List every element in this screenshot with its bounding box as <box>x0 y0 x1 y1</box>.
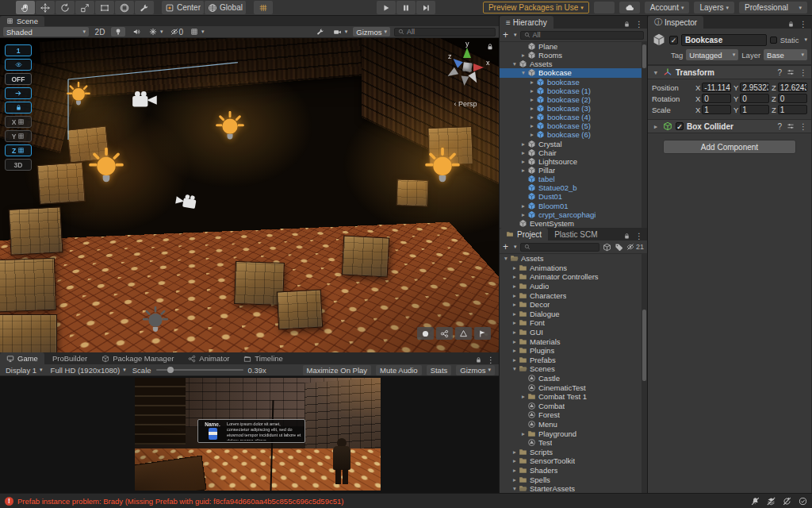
cloud-button[interactable] <box>619 2 640 13</box>
search-by-type-icon[interactable] <box>603 243 611 252</box>
game-scale-slider[interactable] <box>156 369 243 371</box>
overlay-flag-button[interactable] <box>474 327 491 340</box>
layers-dropdown[interactable]: Layers▾ <box>694 2 734 13</box>
project-item[interactable]: Combat <box>500 402 647 411</box>
stats-button[interactable]: Stats <box>427 365 452 375</box>
tab-package-manager[interactable]: Package Manager <box>95 352 180 364</box>
expand-arrow-icon[interactable]: ▸ <box>511 467 519 474</box>
transform-position-x-field[interactable]: X-11.114 <box>695 83 731 92</box>
light-gizmo-icon[interactable] <box>216 111 244 144</box>
hierarchy-item[interactable]: ▾Bookcase <box>500 68 647 77</box>
project-item[interactable]: ▸Audio <box>500 282 647 291</box>
custom-tool-button[interactable] <box>135 1 154 14</box>
overlay-nodes-button[interactable] <box>436 327 453 340</box>
transform-position-y-field[interactable]: Y2.95323 <box>733 83 769 92</box>
hierarchy-item[interactable]: ▾Assets <box>500 60 647 68</box>
expand-arrow-icon[interactable]: ▸ <box>528 87 536 94</box>
project-item[interactable]: Menu <box>500 420 647 429</box>
space-toggle-button[interactable]: Global <box>205 1 246 14</box>
expand-arrow-icon[interactable]: ▸ <box>511 338 519 345</box>
lock-icon[interactable] <box>475 356 482 364</box>
axis-gray-cone[interactable] <box>446 67 458 79</box>
expand-arrow-icon[interactable]: ▸ <box>511 301 519 308</box>
active-checkbox[interactable]: ✓ <box>669 36 678 44</box>
tab-animator[interactable]: Animator <box>182 352 236 364</box>
tab-hierarchy[interactable]: ≡Hierarchy <box>500 16 553 29</box>
add-component-button[interactable]: Add Component <box>663 140 796 154</box>
light-gizmo-disabled-icon[interactable] <box>143 306 168 336</box>
expand-arrow-icon[interactable]: ▸ <box>511 476 519 483</box>
project-item[interactable]: ▾Scenes <box>500 364 647 374</box>
expand-arrow-icon[interactable]: ▸ <box>528 96 536 103</box>
play-button[interactable] <box>377 1 396 14</box>
tag-dropdown[interactable]: Untagged▾ <box>686 49 738 60</box>
transform-position-z-field[interactable]: Z12.6243 <box>772 83 807 92</box>
progrids-grid-visibility-button[interactable] <box>5 59 32 71</box>
axis-center-cube[interactable] <box>462 62 472 71</box>
axis-x-cone[interactable] <box>473 64 484 71</box>
expand-arrow-icon[interactable]: ▸ <box>519 140 527 148</box>
project-item[interactable]: ▸Scripts <box>500 447 647 456</box>
mute-audio-button[interactable]: Mute Audio <box>376 365 422 375</box>
project-item[interactable]: Forest <box>500 410 647 420</box>
expand-arrow-icon[interactable]: ▸ <box>511 347 519 354</box>
hierarchy-scrollbar[interactable] <box>642 42 647 228</box>
scrollbar-thumb[interactable] <box>642 310 646 381</box>
help-icon[interactable]: ? <box>777 122 782 131</box>
hierarchy-item[interactable]: ▸crypt_sarcophagi› <box>500 210 647 219</box>
project-item[interactable]: CinematicTest <box>500 383 647 392</box>
create-dropdown-caret[interactable]: ▾ <box>514 32 517 38</box>
expand-arrow-icon[interactable]: ▸ <box>528 105 536 112</box>
component-enabled-checkbox[interactable]: ✓ <box>676 122 684 130</box>
project-item[interactable]: Test <box>500 438 647 448</box>
transform-rotation-x-field[interactable]: X0 <box>695 94 731 103</box>
hierarchy-item[interactable]: ▸bookcase (6)› <box>500 130 647 139</box>
hierarchy-search-input[interactable]: All <box>520 31 644 40</box>
hierarchy-item[interactable]: ▸bookcase (3)› <box>500 104 647 113</box>
transform-scale-z-field[interactable]: Z1 <box>772 105 807 114</box>
project-item[interactable]: ▸Combat Test 1 <box>500 392 647 402</box>
expand-arrow-icon[interactable]: ▸ <box>511 273 519 280</box>
project-item[interactable]: Castle <box>500 374 647 383</box>
expand-arrow-icon[interactable]: ▸ <box>528 114 536 121</box>
progrids-snap-size-button[interactable]: 1 <box>5 44 32 56</box>
project-item[interactable]: ▸Prefabs <box>500 356 647 365</box>
create-button[interactable]: + <box>503 243 508 251</box>
project-item[interactable]: ▸Playground <box>500 429 647 438</box>
overlay-sphere-button[interactable] <box>417 327 434 340</box>
light-gizmo-icon[interactable] <box>89 148 124 187</box>
expand-arrow-icon[interactable]: ▸ <box>519 52 527 59</box>
tab-probuilder[interactable]: ProBuilder <box>46 352 94 364</box>
component-tools-button[interactable] <box>313 27 327 37</box>
expand-arrow-icon[interactable]: ▸ <box>511 356 519 364</box>
menu-kebab-icon[interactable]: ⋮ <box>799 20 807 29</box>
status-message[interactable]: Prefab instance problem: Brady (Missing … <box>17 497 343 506</box>
expand-arrow-icon[interactable]: ▸ <box>519 202 527 210</box>
expand-arrow-icon[interactable]: ▸ <box>528 79 536 86</box>
hierarchy-item[interactable]: ▸Crystal <box>500 140 647 148</box>
scene-effects-dropdown[interactable]: ▾ <box>147 27 165 37</box>
scene-grid-dropdown[interactable]: ▾ <box>189 27 206 37</box>
expand-arrow-icon[interactable]: ▾ <box>502 255 510 262</box>
hierarchy-item[interactable]: ▸bookcase (5)› <box>500 121 647 130</box>
gizmos-dropdown[interactable]: Gizmos▾ <box>353 27 390 37</box>
hierarchy-item[interactable]: ▸bookcase (1)› <box>500 87 647 95</box>
move-tool-button[interactable] <box>36 1 55 14</box>
hierarchy-item[interactable]: ▸bookcase (2)› <box>500 95 647 104</box>
box-collider-component-header[interactable]: ▸ ✓ Box Collider ?⋮ <box>648 119 811 133</box>
tab-timeline[interactable]: Timeline <box>237 352 289 364</box>
hierarchy-item[interactable]: Dust01› <box>500 192 647 201</box>
draw-mode-dropdown[interactable]: Shaded▾ <box>3 27 89 37</box>
maximize-on-play-button[interactable]: Maximize On Play <box>303 365 372 375</box>
display-dropdown[interactable]: Display 1▾ <box>4 365 44 375</box>
scene-lighting-toggle[interactable] <box>111 27 125 37</box>
lock-icon[interactable] <box>787 21 795 28</box>
scene-search-input[interactable]: All <box>394 28 496 37</box>
axis-y-cone[interactable] <box>463 48 471 58</box>
project-item[interactable]: ▸Dialogue <box>500 310 647 319</box>
project-item[interactable]: ▾Assets <box>500 254 647 264</box>
menu-kebab-icon[interactable]: ⋮ <box>635 232 643 241</box>
project-search-input[interactable] <box>520 243 599 252</box>
2d-toggle-button[interactable]: 2D <box>93 27 107 37</box>
hierarchy-item[interactable]: ▸bookcase (4)› <box>500 113 647 121</box>
